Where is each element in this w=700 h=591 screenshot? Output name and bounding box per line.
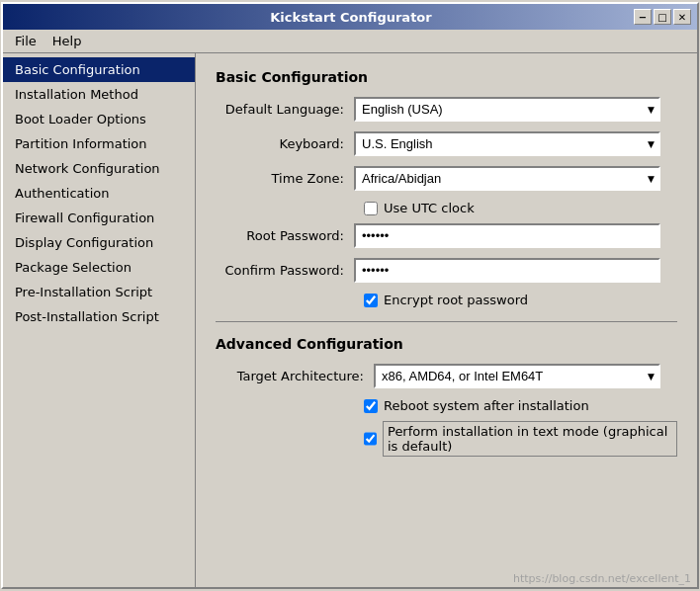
keyboard-label: Keyboard: [216, 136, 354, 151]
root-password-group: Root Password: [216, 223, 677, 248]
sidebar-item-display-configuration[interactable]: Display Configuration [3, 230, 195, 255]
close-button[interactable]: ✕ [673, 9, 691, 25]
menu-file[interactable]: File [7, 32, 44, 50]
encrypt-checkbox[interactable] [364, 294, 378, 307]
sidebar-item-package-selection[interactable]: Package Selection [3, 255, 195, 280]
sidebar-item-installation-method[interactable]: Installation Method [3, 82, 195, 107]
default-language-group: Default Language: English (USA) French G… [216, 97, 677, 122]
utc-clock-label[interactable]: Use UTC clock [384, 201, 475, 215]
timezone-select-wrapper: Africa/Abidjan Africa/Accra America/New_… [354, 166, 660, 191]
title-bar: Kickstart Configurator − □ ✕ [3, 4, 697, 30]
target-arch-group: Target Architecture: x86, AMD64, or Inte… [216, 364, 677, 388]
menu-help[interactable]: Help [44, 32, 90, 50]
timezone-group: Time Zone: Africa/Abidjan Africa/Accra A… [216, 166, 677, 191]
confirm-password-input[interactable] [354, 258, 660, 283]
sidebar-item-authentication[interactable]: Authentication [3, 181, 195, 206]
menubar: File Help [3, 30, 697, 53]
confirm-password-control [354, 258, 677, 283]
root-password-control [354, 223, 677, 248]
keyboard-select-wrapper: U.S. English French German [354, 131, 660, 156]
text-mode-row: Perform installation in text mode (graph… [216, 421, 677, 457]
confirm-password-label: Confirm Password: [216, 263, 354, 278]
sidebar-item-firewall-configuration[interactable]: Firewall Configuration [3, 206, 195, 230]
section-divider [216, 321, 677, 322]
target-arch-select-wrapper: x86, AMD64, or Intel EM64T x86 AMD64 IA-… [374, 364, 660, 388]
advanced-config-title: Advanced Configuration [216, 336, 677, 352]
maximize-button[interactable]: □ [654, 9, 671, 25]
timezone-select[interactable]: Africa/Abidjan Africa/Accra America/New_… [354, 166, 660, 191]
timezone-control: Africa/Abidjan Africa/Accra America/New_… [354, 166, 677, 191]
basic-config-title: Basic Configuration [216, 69, 677, 85]
reboot-checkbox[interactable] [364, 399, 378, 413]
watermark: https://blog.csdn.net/excellent_1 [513, 572, 691, 585]
sidebar-item-post-installation-script[interactable]: Post-Installation Script [3, 304, 195, 329]
keyboard-group: Keyboard: U.S. English French German [216, 131, 677, 156]
encrypt-label[interactable]: Encrypt root password [384, 293, 528, 307]
reboot-row: Reboot system after installation [216, 398, 677, 413]
utc-clock-row: Use UTC clock [216, 201, 677, 215]
minimize-button[interactable]: − [634, 9, 652, 25]
sidebar-item-partition-information[interactable]: Partition Information [3, 131, 195, 156]
keyboard-select[interactable]: U.S. English French German [354, 131, 660, 156]
default-language-control: English (USA) French German Spanish [354, 97, 677, 122]
sidebar-item-network-configuration[interactable]: Network Configuration [3, 156, 195, 181]
default-language-label: Default Language: [216, 102, 354, 117]
sidebar: Basic Configuration Installation Method … [3, 53, 196, 587]
main-panel: Basic Configuration Default Language: En… [196, 53, 697, 587]
text-mode-checkbox[interactable] [364, 432, 377, 446]
default-language-select[interactable]: English (USA) French German Spanish [354, 97, 660, 122]
target-arch-select[interactable]: x86, AMD64, or Intel EM64T x86 AMD64 IA-… [374, 364, 660, 388]
main-window: Kickstart Configurator − □ ✕ File Help B… [1, 2, 699, 589]
text-mode-label[interactable]: Perform installation in text mode (graph… [383, 421, 677, 457]
reboot-label[interactable]: Reboot system after installation [384, 398, 589, 413]
root-password-label: Root Password: [216, 228, 354, 243]
keyboard-control: U.S. English French German [354, 131, 677, 156]
advanced-config-section: Advanced Configuration Target Architectu… [216, 336, 677, 457]
utc-clock-checkbox[interactable] [364, 202, 378, 215]
window-title: Kickstart Configurator [68, 10, 634, 25]
content-area: Basic Configuration Installation Method … [3, 53, 697, 587]
sidebar-item-basic-configuration[interactable]: Basic Configuration [3, 57, 195, 82]
target-arch-label: Target Architecture: [216, 369, 374, 383]
timezone-label: Time Zone: [216, 171, 354, 186]
confirm-password-group: Confirm Password: [216, 258, 677, 283]
sidebar-item-boot-loader-options[interactable]: Boot Loader Options [3, 107, 195, 131]
default-language-select-wrapper: English (USA) French German Spanish [354, 97, 660, 122]
root-password-input[interactable] [354, 223, 660, 248]
window-controls: − □ ✕ [634, 9, 691, 25]
sidebar-item-pre-installation-script[interactable]: Pre-Installation Script [3, 280, 195, 304]
encrypt-row: Encrypt root password [216, 293, 677, 307]
